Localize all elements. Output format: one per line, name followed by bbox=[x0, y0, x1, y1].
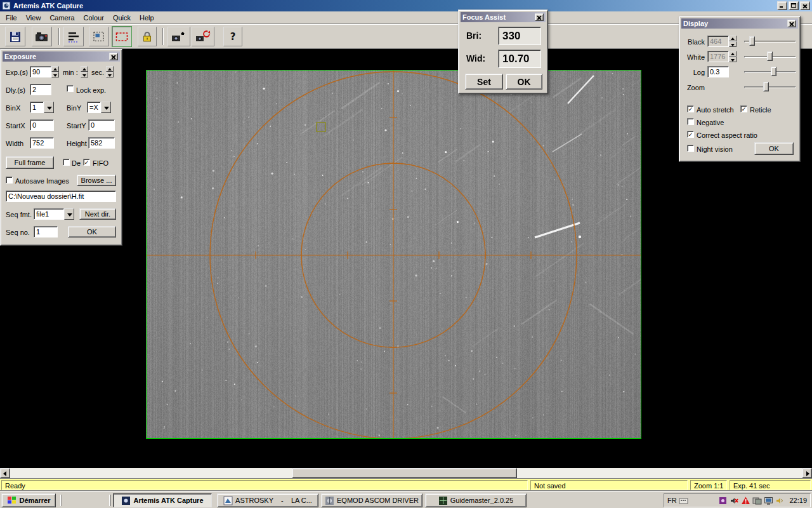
correct-aspect-checkbox[interactable]: ✓ bbox=[687, 131, 694, 138]
reticle-label: Reticle bbox=[750, 106, 771, 114]
camera-icon bbox=[34, 30, 49, 44]
black-spinner[interactable] bbox=[729, 36, 737, 47]
night-vision-checkbox[interactable] bbox=[687, 145, 694, 152]
next-dir-button[interactable]: Next dir. bbox=[79, 208, 116, 220]
menu-quick[interactable]: Quick bbox=[108, 13, 135, 23]
system-tray: FR 22:19 bbox=[664, 493, 811, 507]
start-button[interactable]: Démarrer bbox=[1, 493, 56, 507]
starty-input[interactable] bbox=[88, 119, 115, 131]
white-spinner[interactable] bbox=[729, 51, 737, 62]
scroll-left-icon[interactable] bbox=[0, 468, 10, 478]
levels-button[interactable] bbox=[63, 27, 84, 46]
minimize-icon[interactable] bbox=[777, 1, 787, 10]
save-button[interactable] bbox=[5, 27, 25, 46]
app-icon bbox=[2, 1, 11, 10]
close-icon[interactable] bbox=[787, 20, 796, 27]
chevron-down-icon[interactable] bbox=[101, 102, 111, 113]
auto-stretch-checkbox[interactable]: ✓ bbox=[687, 105, 694, 112]
black-slider[interactable] bbox=[744, 36, 796, 46]
maximize-icon[interactable] bbox=[789, 1, 799, 10]
chevron-down-icon[interactable] bbox=[44, 102, 54, 113]
binx-value: 1 bbox=[30, 102, 44, 113]
autosave-checkbox[interactable] bbox=[6, 177, 13, 184]
display-ok-button[interactable]: OK bbox=[754, 142, 794, 155]
camera-connect-button[interactable] bbox=[32, 27, 52, 46]
tray-ascom-icon[interactable] bbox=[752, 496, 762, 505]
exp-label: Exp.(s) bbox=[6, 69, 28, 76]
biny-label: BinY bbox=[67, 104, 81, 112]
dly-label: Dly.(s) bbox=[6, 86, 25, 94]
lock-button[interactable] bbox=[138, 27, 157, 46]
seq-fmt-value: file1 bbox=[34, 208, 64, 220]
fifo-checkbox[interactable]: ✓ bbox=[83, 159, 90, 166]
help-button[interactable]: ? bbox=[223, 27, 242, 46]
del-label: De bbox=[72, 159, 81, 167]
tray-mute-icon[interactable] bbox=[730, 496, 739, 505]
set-button[interactable]: Set bbox=[465, 74, 503, 90]
loop-refresh-button[interactable] bbox=[192, 27, 214, 46]
scroll-right-icon[interactable] bbox=[802, 468, 812, 478]
keyboard-icon[interactable] bbox=[679, 496, 688, 505]
menu-colour[interactable]: Colour bbox=[79, 13, 108, 23]
window-titlebar: Artemis ATK Capture bbox=[0, 0, 812, 11]
subframe-toggle-button[interactable] bbox=[112, 27, 131, 46]
chevron-down-icon[interactable] bbox=[64, 208, 74, 220]
task-astrosky[interactable]: ASTROSKY - LA C... bbox=[217, 493, 318, 507]
menu-view[interactable]: View bbox=[22, 13, 46, 23]
del-checkbox[interactable] bbox=[63, 159, 70, 166]
toolbar-separator bbox=[162, 28, 164, 45]
lock-exp-checkbox[interactable] bbox=[67, 85, 74, 92]
tray-guider-icon[interactable] bbox=[718, 496, 728, 505]
select-area-button[interactable] bbox=[89, 27, 109, 46]
log-input[interactable] bbox=[707, 66, 729, 77]
binx-dropdown[interactable]: 1 bbox=[30, 102, 54, 113]
subframe-icon bbox=[115, 30, 129, 43]
reticle-checkbox[interactable]: ✓ bbox=[740, 105, 747, 112]
seq-no-input[interactable] bbox=[34, 226, 58, 237]
seq-fmt-dropdown[interactable]: file1 bbox=[34, 208, 74, 220]
dly-input[interactable] bbox=[30, 84, 51, 95]
tray-display-icon[interactable] bbox=[764, 496, 773, 505]
negative-checkbox[interactable] bbox=[687, 118, 694, 125]
startx-input[interactable] bbox=[30, 119, 54, 131]
focus-ok-button[interactable]: OK bbox=[506, 74, 542, 90]
close-icon[interactable] bbox=[535, 13, 544, 21]
tray-alert-icon[interactable] bbox=[741, 496, 750, 505]
close-icon[interactable] bbox=[800, 1, 810, 10]
browse-button[interactable]: Browse ... bbox=[77, 175, 116, 186]
help-icon: ? bbox=[230, 31, 236, 43]
loop-capture-button[interactable] bbox=[167, 27, 190, 46]
taskbar: Démarrer Artemis ATK Capture ASTROSKY - … bbox=[0, 491, 812, 508]
zoom-slider[interactable] bbox=[744, 82, 796, 92]
width-input[interactable] bbox=[30, 137, 54, 149]
white-slider[interactable] bbox=[744, 51, 796, 62]
loop-capture-icon bbox=[171, 30, 187, 44]
menu-camera[interactable]: Camera bbox=[45, 13, 79, 23]
log-slider[interactable] bbox=[744, 67, 796, 77]
scrollbar-thumb[interactable] bbox=[292, 468, 517, 478]
horizontal-scrollbar[interactable] bbox=[0, 468, 812, 478]
sec-spinner[interactable] bbox=[106, 66, 114, 77]
language-indicator[interactable]: FR bbox=[667, 497, 677, 504]
menu-file[interactable]: File bbox=[1, 13, 22, 23]
focus-assist-titlebar[interactable]: Focus Assist bbox=[461, 12, 546, 22]
biny-dropdown[interactable]: =X bbox=[87, 102, 111, 113]
close-icon[interactable] bbox=[109, 53, 118, 60]
full-frame-button[interactable]: Full frame bbox=[6, 156, 54, 169]
save-path-input[interactable] bbox=[6, 190, 116, 202]
min-spinner[interactable] bbox=[81, 66, 88, 77]
exp-input[interactable] bbox=[30, 66, 51, 77]
save-icon bbox=[8, 30, 22, 44]
captured-image[interactable] bbox=[146, 70, 641, 439]
exposure-panel: Exposure Exp.(s) min : sec. Dly.(s) Lock… bbox=[0, 49, 122, 246]
display-panel-titlebar[interactable]: Display bbox=[681, 18, 798, 29]
exp-spinner[interactable] bbox=[51, 66, 59, 77]
height-input[interactable] bbox=[88, 137, 115, 149]
exposure-panel-titlebar[interactable]: Exposure bbox=[3, 51, 120, 62]
exposure-ok-button[interactable]: OK bbox=[68, 226, 116, 237]
tray-volume-icon[interactable] bbox=[775, 496, 785, 505]
menu-help[interactable]: Help bbox=[135, 13, 159, 23]
task-guidemaster[interactable]: Guidemaster_2.0.25 bbox=[425, 493, 527, 507]
task-eqmod[interactable]: EQMOD ASCOM DRIVER bbox=[321, 493, 422, 507]
task-artemis[interactable]: Artemis ATK Capture bbox=[113, 493, 212, 507]
